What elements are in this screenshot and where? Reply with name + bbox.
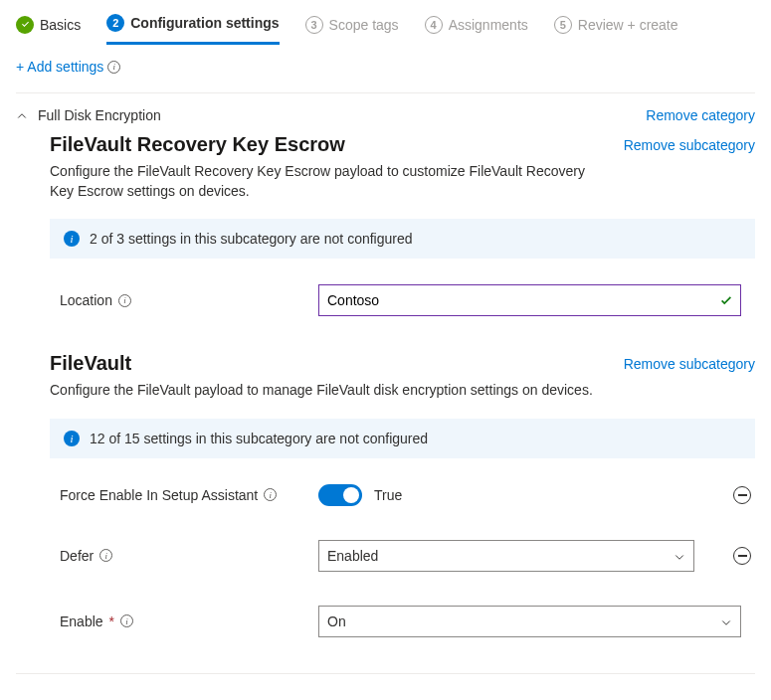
toggle-value: True (374, 487, 402, 503)
defer-select[interactable]: Enabled (318, 540, 694, 572)
enable-select[interactable]: On (318, 606, 741, 637)
step-assignments[interactable]: 4 Assignments (425, 16, 528, 44)
setting-defer: Defer i Enabled (50, 534, 755, 600)
setting-label-text: Enable (60, 613, 103, 629)
info-icon[interactable]: i (264, 488, 277, 501)
setting-location: Location i (50, 278, 755, 344)
remove-setting-button[interactable] (733, 547, 751, 565)
subcategory-title: FileVault Recovery Key Escrow (50, 133, 345, 156)
location-input-wrap (318, 284, 741, 316)
chevron-down-icon (674, 550, 685, 562)
subcategory-title: FileVault (50, 352, 131, 375)
remove-subcategory-link[interactable]: Remove subcategory (624, 137, 755, 153)
subcategory-filevault: FileVault Remove subcategory Configure t… (16, 352, 755, 665)
step-number: 2 (106, 14, 124, 32)
check-icon (16, 16, 34, 34)
step-label: Configuration settings (130, 15, 279, 31)
step-number: 4 (425, 16, 443, 34)
setting-label-text: Force Enable In Setup Assistant (60, 487, 258, 503)
chevron-down-icon (720, 615, 732, 627)
add-settings-label: + Add settings (16, 59, 103, 75)
info-banner: i 2 of 3 settings in this subcategory ar… (50, 219, 755, 259)
step-label: Basics (40, 17, 81, 33)
info-banner: i 12 of 15 settings in this subcategory … (50, 419, 755, 458)
category-title: Full Disk Encryption (38, 107, 161, 123)
add-settings-link[interactable]: + Add settings i (16, 45, 755, 92)
step-label: Scope tags (329, 17, 399, 33)
remove-setting-button[interactable] (733, 486, 751, 504)
remove-subcategory-link[interactable]: Remove subcategory (624, 356, 755, 372)
remove-category-link[interactable]: Remove category (646, 107, 755, 123)
subcategory-filevault-recovery: FileVault Recovery Key Escrow Remove sub… (16, 133, 755, 344)
force-enable-toggle[interactable] (318, 484, 362, 506)
category-toggle[interactable]: Full Disk Encryption (16, 107, 161, 123)
step-scope-tags[interactable]: 3 Scope tags (305, 16, 399, 44)
info-icon[interactable]: i (107, 61, 120, 74)
chevron-up-icon (16, 109, 28, 121)
setting-label-text: Location (60, 292, 112, 308)
required-asterisk: * (109, 613, 114, 629)
setting-force-enable: Force Enable In Setup Assistant i True (50, 478, 755, 534)
step-review-create[interactable]: 5 Review + create (554, 16, 678, 44)
select-value: Enabled (327, 548, 378, 564)
info-icon[interactable]: i (120, 614, 133, 627)
subcategory-description: Configure the FileVault Recovery Key Esc… (50, 162, 607, 201)
step-number: 3 (305, 16, 323, 34)
step-label: Review + create (578, 17, 678, 33)
step-configuration-settings[interactable]: 2 Configuration settings (106, 14, 279, 45)
setting-label-text: Defer (60, 548, 94, 564)
info-icon[interactable]: i (99, 549, 112, 562)
wizard-steps: Basics 2 Configuration settings 3 Scope … (0, 0, 771, 45)
info-icon[interactable]: i (118, 294, 131, 307)
divider (16, 673, 755, 674)
info-banner-text: 12 of 15 settings in this subcategory ar… (90, 431, 428, 446)
select-value: On (327, 613, 346, 629)
step-label: Assignments (449, 17, 528, 33)
info-icon: i (64, 231, 80, 247)
step-number: 5 (554, 16, 572, 34)
checkmark-icon (719, 293, 733, 307)
step-basics[interactable]: Basics (16, 16, 81, 44)
setting-enable: Enable * i On (50, 600, 755, 665)
info-icon: i (64, 431, 80, 446)
location-input[interactable] (318, 284, 741, 316)
subcategory-description: Configure the FileVault payload to manag… (50, 381, 607, 401)
info-banner-text: 2 of 3 settings in this subcategory are … (90, 231, 413, 247)
